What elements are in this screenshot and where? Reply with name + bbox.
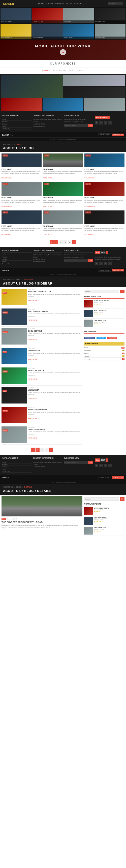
sidebar-page-2[interactable]: 2 xyxy=(40,447,44,452)
sidebar-search-input[interactable] xyxy=(84,290,119,293)
twitter-icon-3[interactable]: t xyxy=(99,464,103,467)
twitter-icon[interactable]: t xyxy=(99,121,103,124)
read-more-5[interactable]: READ MORE » xyxy=(43,206,54,207)
post-title-2[interactable]: EXCLUSIVE MOTOR OIL... xyxy=(28,310,83,312)
hero-play-button[interactable] xyxy=(60,49,66,55)
read-more-7[interactable]: READ MORE » xyxy=(1,234,12,236)
read-more-1[interactable]: READ MORE » xyxy=(1,177,12,179)
nav-contact[interactable]: CONTACT xyxy=(74,2,84,5)
facebook-icon-3[interactable]: f xyxy=(95,464,98,467)
details-search-btn[interactable]: GO xyxy=(120,497,125,501)
page-3[interactable]: 3 xyxy=(63,240,67,244)
footer-nav-news[interactable]: News xyxy=(2,125,32,127)
sidebar-page-prev[interactable]: ‹ xyxy=(31,447,35,452)
popular-post-title-1[interactable]: DRIVE YOUR DREAM xyxy=(94,300,109,302)
footer3-nav-gallery[interactable]: Gallery xyxy=(2,466,32,468)
footer3-nav-home[interactable]: Home xyxy=(2,461,32,464)
follow-twitter-btn[interactable]: TWITTER xyxy=(96,337,106,339)
nav-home[interactable]: HOME xyxy=(38,2,44,5)
read-more-4[interactable]: READ MORE » xyxy=(1,206,12,207)
follow-youtube-btn[interactable]: YOUTUBE xyxy=(107,337,117,339)
footer2-nav-news[interactable]: News xyxy=(2,260,32,263)
footer-nav-contact[interactable]: Contact Us xyxy=(2,127,32,130)
read-more-9[interactable]: READ MORE » xyxy=(85,234,95,236)
subscribe-email-input-2[interactable] xyxy=(64,259,88,262)
read-more-s2[interactable]: READ MORE » xyxy=(28,319,38,321)
page-2[interactable]: 2 xyxy=(59,240,63,244)
nav-gallery[interactable]: GALLERY xyxy=(55,2,64,5)
footer2-nav-home[interactable]: Home xyxy=(2,254,32,256)
details-popular-title-2[interactable]: NEW CAR MODEL xyxy=(94,517,107,519)
google-icon-3[interactable]: g xyxy=(108,464,112,467)
read-more-btn-2[interactable]: READ MORE xyxy=(98,269,111,272)
footer3-nav-about[interactable]: About Us xyxy=(2,464,32,466)
post-title-6[interactable]: VIN NUMBER xyxy=(28,389,83,391)
page-1[interactable]: 1 xyxy=(54,240,58,244)
read-more-s3[interactable]: READ MORE » xyxy=(28,339,38,341)
category-1[interactable]: BMW 12 xyxy=(84,346,125,349)
subscribe-button[interactable]: GO xyxy=(88,124,93,127)
tab-parts[interactable]: PARTS xyxy=(77,69,85,72)
project-cell-tr[interactable] xyxy=(63,75,125,86)
footer2-nav-about[interactable]: About Us xyxy=(2,256,32,258)
facebook-icon-2[interactable]: f xyxy=(95,261,98,265)
subscribe-email-input-3[interactable] xyxy=(64,461,88,464)
footer-nav-about[interactable]: About Us xyxy=(2,121,32,123)
sidebar-page-next[interactable]: › xyxy=(49,447,53,452)
details-popular-title-1[interactable]: DRIVE YOUR DREAM xyxy=(94,507,109,509)
popular-post-title-2[interactable]: NEW CAR MODEL xyxy=(94,310,107,311)
social-fb-2[interactable]: f xyxy=(10,270,10,271)
social-tw[interactable]: t xyxy=(11,134,11,136)
read-more-s8[interactable]: READ MORE » xyxy=(28,437,38,439)
read-more-3[interactable]: READ MORE » xyxy=(85,177,95,179)
read-more-s7[interactable]: READ MORE » xyxy=(28,417,38,419)
sb-bc-home[interactable]: ABOUT US xyxy=(3,279,13,281)
project-cell-big[interactable] xyxy=(1,75,63,98)
youtube-icon-3[interactable]: y xyxy=(104,464,107,467)
post-title-4[interactable]: SEO ON SLOT... xyxy=(28,350,83,351)
page-next[interactable]: › xyxy=(72,240,76,244)
footer3-nav-news[interactable]: News xyxy=(2,468,32,470)
sidebar-page-3[interactable]: 3 xyxy=(44,447,49,452)
breadcrumb-home[interactable]: ABOUT US xyxy=(3,143,13,146)
post-title-7[interactable]: NO BEST CONDITIONS xyxy=(28,409,83,410)
twitter-icon-2[interactable]: t xyxy=(99,261,103,265)
category-4[interactable]: Porsche 7 xyxy=(84,355,125,358)
contact-btn-1[interactable]: CONTACT US xyxy=(112,133,124,136)
sidebar-page-1[interactable]: 1 xyxy=(35,447,39,452)
google-icon[interactable]: g xyxy=(108,121,112,124)
category-2[interactable]: Mercedes 8 xyxy=(84,349,125,352)
footer-nav-gallery[interactable]: Gallery xyxy=(2,123,32,125)
footer3-nav-contact[interactable]: Contact Us xyxy=(2,470,32,472)
read-more-s5[interactable]: READ MORE » xyxy=(28,378,38,380)
nav-about[interactable]: ABOUT xyxy=(46,2,53,5)
follow-facebook-btn[interactable]: FACEBOOK xyxy=(84,337,95,339)
page-prev[interactable]: ‹ xyxy=(50,240,54,244)
subscribe-email-input[interactable] xyxy=(64,124,88,127)
social-fb[interactable]: f xyxy=(10,134,10,136)
post-title-1[interactable]: NEW CAR FOR THE SALON... xyxy=(28,291,83,292)
sidebar-search-btn[interactable]: GO xyxy=(120,290,125,293)
footer2-nav-gallery[interactable]: Gallery xyxy=(2,258,32,260)
read-more-s6[interactable]: READ MORE » xyxy=(28,398,38,400)
read-more-6[interactable]: READ MORE » xyxy=(85,206,95,207)
google-icon-2[interactable]: g xyxy=(108,261,112,265)
facebook-icon[interactable]: f xyxy=(95,121,98,124)
details-popular-title-3[interactable]: CAR SHOW 2014 xyxy=(94,527,106,528)
contact-btn-2[interactable]: CONTACT US xyxy=(112,269,124,272)
project-cell-b2[interactable] xyxy=(42,98,84,111)
sb-bc-blog[interactable]: BLOG xyxy=(16,279,22,281)
det-bc-home[interactable]: ABOUT US xyxy=(3,486,13,488)
nav-blog[interactable]: BLOG xyxy=(66,2,72,5)
read-more-btn-3[interactable]: READ MORE xyxy=(98,476,111,479)
page-4[interactable]: 4 xyxy=(68,240,72,244)
read-more-s1[interactable]: READ MORE » xyxy=(28,300,38,301)
read-more-btn-1[interactable]: READ MORE xyxy=(98,133,111,136)
tab-restoration[interactable]: RESTORATION xyxy=(52,69,67,72)
footer-nav-home[interactable]: Home xyxy=(2,119,32,121)
search-input[interactable] xyxy=(108,2,123,5)
post-title-3[interactable]: COOL CONTENT xyxy=(28,330,83,332)
details-search-input[interactable] xyxy=(84,497,119,501)
subscribe-button-3[interactable]: GO xyxy=(88,461,93,464)
tab-brands[interactable]: BRANDS xyxy=(41,69,51,72)
